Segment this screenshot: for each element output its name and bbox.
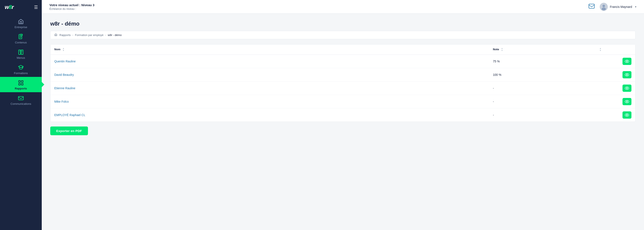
- cell-action-3: [594, 95, 635, 108]
- col-header-nom[interactable]: Nom ▲▼: [50, 44, 489, 55]
- sort-icons-note: ▲▼: [501, 48, 503, 52]
- svg-rect-6: [19, 83, 20, 85]
- sidebar-item-menus[interactable]: Menus: [0, 46, 42, 62]
- grid-icon: [18, 80, 24, 86]
- breadcrumb-rapports[interactable]: Rapports: [60, 34, 71, 37]
- svg-rect-5: [21, 81, 23, 82]
- svg-point-14: [626, 61, 628, 62]
- sidebar-item-label-rapports: Rapports: [15, 87, 27, 90]
- cell-nom-3: Mike Folco: [50, 95, 489, 108]
- avatar: [600, 3, 608, 11]
- sidebar-item-contenus[interactable]: Contenus: [0, 31, 42, 46]
- cell-nom-4: EMPLOYÉ Raphael CL: [50, 108, 489, 122]
- cell-action-4: [594, 108, 635, 122]
- table-row: EMPLOYÉ Raphael CL -: [50, 108, 635, 122]
- logo-text: w8r: [5, 4, 14, 10]
- sidebar-item-communications[interactable]: Communications: [0, 92, 42, 108]
- cell-nom-0: Quentin Rauline: [50, 55, 489, 68]
- view-button-2[interactable]: [622, 84, 632, 92]
- sidebar: w8r ☰ Entreprise Contenus: [0, 0, 42, 230]
- cell-nom-1: David Beaudry: [50, 68, 489, 82]
- topbar-left: Votre niveau actuel : Niveau 3 Échéance …: [50, 3, 94, 10]
- svg-rect-8: [18, 96, 23, 100]
- sidebar-item-label-contenus: Contenus: [15, 41, 27, 44]
- employees-table: Nom ▲▼ Note ▲▼: [50, 44, 635, 122]
- topbar-right: Francis Maynard ▾: [589, 3, 636, 11]
- username: Francis Maynard: [610, 5, 632, 8]
- table-row: Etienne Rauline -: [50, 82, 635, 95]
- sidebar-item-formations[interactable]: Formations: [0, 62, 42, 77]
- cell-note-3: -: [489, 95, 594, 108]
- employee-link-3[interactable]: Mike Folco: [54, 100, 69, 103]
- graduation-icon: [18, 64, 24, 70]
- col-header-action: ▲▼: [594, 44, 635, 55]
- svg-point-22: [626, 114, 628, 116]
- svg-rect-7: [21, 83, 23, 85]
- file-icon: [18, 34, 24, 40]
- cell-action-1: [594, 68, 635, 82]
- breadcrumb-home-icon: [54, 33, 57, 37]
- sort-icons-action: ▲▼: [600, 48, 602, 52]
- employee-link-4[interactable]: EMPLOYÉ Raphael CL: [54, 113, 86, 117]
- svg-rect-9: [589, 4, 594, 8]
- topbar-subtitle: Échéance du niveau :: [50, 7, 94, 10]
- cell-nom-2: Etienne Rauline: [50, 82, 489, 95]
- employees-table-wrapper: Nom ▲▼ Note ▲▼: [50, 44, 636, 122]
- cell-note-1: 100 %: [489, 68, 594, 82]
- sidebar-item-label-menus: Menus: [16, 56, 25, 60]
- cell-action-0: [594, 55, 635, 68]
- cell-note-0: 75 %: [489, 55, 594, 68]
- topbar: Votre niveau actuel : Niveau 3 Échéance …: [42, 0, 644, 14]
- svg-point-11: [602, 5, 605, 7]
- view-button-0[interactable]: [622, 58, 632, 65]
- breadcrumb-formation[interactable]: Formation par employé: [75, 34, 104, 37]
- export-pdf-button[interactable]: Exporter en PDF: [50, 126, 88, 135]
- svg-point-20: [626, 101, 628, 102]
- breadcrumb-current: w8r - démo: [108, 34, 122, 37]
- view-button-4[interactable]: [622, 112, 632, 118]
- page-content: w8r - démo Rapports › Formation par empl…: [42, 14, 644, 230]
- mail-icon[interactable]: [589, 4, 594, 10]
- sidebar-item-entreprise[interactable]: Entreprise: [0, 16, 42, 31]
- table-header-row: Nom ▲▼ Note ▲▼: [50, 44, 635, 55]
- svg-point-18: [626, 88, 628, 89]
- cell-action-2: [594, 82, 635, 95]
- envelope-icon: [18, 95, 24, 101]
- table-row: Mike Folco -: [50, 95, 635, 108]
- main-content: Votre niveau actuel : Niveau 3 Échéance …: [42, 0, 644, 230]
- svg-point-16: [626, 74, 628, 76]
- employee-link-0[interactable]: Quentin Rauline: [54, 60, 76, 63]
- sidebar-nav: Entreprise Contenus Menus: [0, 14, 42, 230]
- sidebar-item-label-formations: Formations: [14, 72, 28, 75]
- sidebar-item-label-communications: Communications: [11, 102, 31, 106]
- breadcrumb-sep-1: ›: [72, 34, 73, 37]
- view-button-3[interactable]: [622, 98, 632, 105]
- sort-icons-nom: ▲▼: [62, 48, 64, 52]
- svg-point-12: [602, 8, 606, 10]
- employee-link-2[interactable]: Etienne Rauline: [54, 86, 76, 90]
- sidebar-item-label-entreprise: Entreprise: [14, 26, 27, 29]
- chevron-down-icon: ▾: [635, 5, 636, 8]
- cell-note-4: -: [489, 108, 594, 122]
- table-row: Quentin Rauline 75 %: [50, 55, 635, 68]
- table-row: David Beaudry 100 %: [50, 68, 635, 82]
- hamburger-icon[interactable]: ☰: [34, 5, 38, 9]
- col-header-note[interactable]: Note ▲▼: [489, 44, 594, 55]
- user-area[interactable]: Francis Maynard ▾: [600, 3, 636, 11]
- home-icon: [18, 18, 24, 24]
- breadcrumb: Rapports › Formation par employé › w8r -…: [50, 31, 636, 39]
- cell-note-2: -: [489, 82, 594, 95]
- breadcrumb-sep-2: ›: [105, 34, 106, 37]
- svg-rect-4: [19, 81, 20, 82]
- menu-book-icon: [18, 49, 24, 55]
- view-button-1[interactable]: [622, 71, 632, 78]
- page-title: w8r - démo: [50, 20, 636, 27]
- employee-link-1[interactable]: David Beaudry: [54, 73, 74, 76]
- topbar-title: Votre niveau actuel : Niveau 3: [50, 3, 94, 7]
- sidebar-item-rapports[interactable]: Rapports: [0, 77, 42, 92]
- sidebar-logo: w8r ☰: [0, 0, 42, 14]
